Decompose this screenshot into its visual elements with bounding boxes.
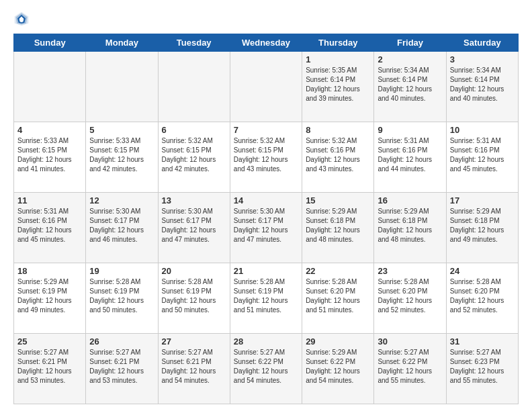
day-number: 31 <box>450 336 515 347</box>
calendar-cell: 22Sunrise: 5:28 AM Sunset: 6:20 PM Dayli… <box>302 263 374 334</box>
day-number: 17 <box>450 195 515 205</box>
calendar-cell: 3Sunrise: 5:34 AM Sunset: 6:14 PM Daylig… <box>446 52 518 122</box>
day-detail: Sunrise: 5:28 AM Sunset: 6:20 PM Dayligh… <box>378 277 442 315</box>
calendar-cell: 12Sunrise: 5:30 AM Sunset: 6:17 PM Dayli… <box>86 193 158 263</box>
day-number: 16 <box>378 195 442 205</box>
logo-icon <box>13 11 30 27</box>
calendar-week-row: 1Sunrise: 5:35 AM Sunset: 6:14 PM Daylig… <box>14 52 519 122</box>
day-detail: Sunrise: 5:34 AM Sunset: 6:14 PM Dayligh… <box>450 66 515 103</box>
day-detail: Sunrise: 5:29 AM Sunset: 6:19 PM Dayligh… <box>17 277 82 315</box>
calendar-cell <box>86 52 158 122</box>
day-detail: Sunrise: 5:29 AM Sunset: 6:22 PM Dayligh… <box>306 348 370 385</box>
day-detail: Sunrise: 5:33 AM Sunset: 6:15 PM Dayligh… <box>17 136 82 174</box>
calendar-cell: 14Sunrise: 5:30 AM Sunset: 6:17 PM Dayli… <box>230 193 302 263</box>
day-number: 30 <box>378 336 442 347</box>
header-row: SundayMondayTuesdayWednesdayThursdayFrid… <box>14 34 519 52</box>
page: SundayMondayTuesdayWednesdayThursdayFrid… <box>0 0 532 411</box>
calendar-cell: 4Sunrise: 5:33 AM Sunset: 6:15 PM Daylig… <box>14 122 86 193</box>
day-detail: Sunrise: 5:32 AM Sunset: 6:15 PM Dayligh… <box>162 136 226 174</box>
calendar-cell: 23Sunrise: 5:28 AM Sunset: 6:20 PM Dayli… <box>374 263 446 334</box>
calendar-cell: 28Sunrise: 5:27 AM Sunset: 6:22 PM Dayli… <box>230 334 302 404</box>
day-detail: Sunrise: 5:33 AM Sunset: 6:15 PM Dayligh… <box>89 136 154 174</box>
calendar-cell: 24Sunrise: 5:28 AM Sunset: 6:20 PM Dayli… <box>446 263 518 334</box>
calendar-cell: 19Sunrise: 5:28 AM Sunset: 6:19 PM Dayli… <box>86 263 158 334</box>
day-number: 2 <box>378 54 442 64</box>
header-day: Sunday <box>14 34 86 52</box>
calendar-cell: 16Sunrise: 5:29 AM Sunset: 6:18 PM Dayli… <box>374 193 446 263</box>
day-number: 8 <box>306 125 370 135</box>
day-detail: Sunrise: 5:27 AM Sunset: 6:21 PM Dayligh… <box>17 348 82 385</box>
calendar-header: SundayMondayTuesdayWednesdayThursdayFrid… <box>14 34 519 52</box>
logo <box>13 11 32 27</box>
day-detail: Sunrise: 5:27 AM Sunset: 6:21 PM Dayligh… <box>162 348 226 385</box>
day-number: 3 <box>450 54 515 64</box>
day-detail: Sunrise: 5:29 AM Sunset: 6:18 PM Dayligh… <box>378 207 442 244</box>
day-detail: Sunrise: 5:30 AM Sunset: 6:17 PM Dayligh… <box>89 207 154 244</box>
day-number: 18 <box>17 266 82 276</box>
calendar-cell: 29Sunrise: 5:29 AM Sunset: 6:22 PM Dayli… <box>302 334 374 404</box>
calendar-cell: 25Sunrise: 5:27 AM Sunset: 6:21 PM Dayli… <box>14 334 86 404</box>
day-detail: Sunrise: 5:31 AM Sunset: 6:16 PM Dayligh… <box>17 207 82 244</box>
calendar-cell: 6Sunrise: 5:32 AM Sunset: 6:15 PM Daylig… <box>158 122 230 193</box>
calendar-cell: 21Sunrise: 5:28 AM Sunset: 6:19 PM Dayli… <box>230 263 302 334</box>
calendar-cell: 7Sunrise: 5:32 AM Sunset: 6:15 PM Daylig… <box>230 122 302 193</box>
day-number: 5 <box>89 125 154 135</box>
day-number: 28 <box>234 336 298 347</box>
calendar-table: SundayMondayTuesdayWednesdayThursdayFrid… <box>13 34 519 404</box>
calendar-cell: 1Sunrise: 5:35 AM Sunset: 6:14 PM Daylig… <box>302 52 374 122</box>
day-detail: Sunrise: 5:28 AM Sunset: 6:20 PM Dayligh… <box>450 277 515 315</box>
calendar-cell <box>158 52 230 122</box>
calendar-cell: 26Sunrise: 5:27 AM Sunset: 6:21 PM Dayli… <box>86 334 158 404</box>
day-number: 27 <box>162 336 226 347</box>
day-detail: Sunrise: 5:31 AM Sunset: 6:16 PM Dayligh… <box>378 136 442 174</box>
day-detail: Sunrise: 5:31 AM Sunset: 6:16 PM Dayligh… <box>450 136 515 174</box>
day-number: 20 <box>162 266 226 276</box>
day-detail: Sunrise: 5:28 AM Sunset: 6:20 PM Dayligh… <box>306 277 370 315</box>
day-detail: Sunrise: 5:27 AM Sunset: 6:22 PM Dayligh… <box>378 348 442 385</box>
header-day: Tuesday <box>158 34 230 52</box>
day-number: 4 <box>17 125 82 135</box>
day-detail: Sunrise: 5:29 AM Sunset: 6:18 PM Dayligh… <box>450 207 515 244</box>
day-detail: Sunrise: 5:30 AM Sunset: 6:17 PM Dayligh… <box>234 207 298 244</box>
day-detail: Sunrise: 5:27 AM Sunset: 6:22 PM Dayligh… <box>234 348 298 385</box>
day-number: 21 <box>234 266 298 276</box>
calendar-cell: 31Sunrise: 5:27 AM Sunset: 6:23 PM Dayli… <box>446 334 518 404</box>
calendar-cell: 11Sunrise: 5:31 AM Sunset: 6:16 PM Dayli… <box>14 193 86 263</box>
calendar-cell <box>230 52 302 122</box>
day-number: 19 <box>89 266 154 276</box>
calendar-week-row: 25Sunrise: 5:27 AM Sunset: 6:21 PM Dayli… <box>14 334 519 404</box>
calendar-cell: 13Sunrise: 5:30 AM Sunset: 6:17 PM Dayli… <box>158 193 230 263</box>
day-detail: Sunrise: 5:29 AM Sunset: 6:18 PM Dayligh… <box>306 207 370 244</box>
day-number: 9 <box>378 125 442 135</box>
header-day: Monday <box>86 34 158 52</box>
day-number: 25 <box>17 336 82 347</box>
calendar-week-row: 11Sunrise: 5:31 AM Sunset: 6:16 PM Dayli… <box>14 193 519 263</box>
day-number: 7 <box>234 125 298 135</box>
calendar-cell: 30Sunrise: 5:27 AM Sunset: 6:22 PM Dayli… <box>374 334 446 404</box>
calendar-cell: 2Sunrise: 5:34 AM Sunset: 6:14 PM Daylig… <box>374 52 446 122</box>
day-detail: Sunrise: 5:28 AM Sunset: 6:19 PM Dayligh… <box>234 277 298 315</box>
day-number: 1 <box>306 54 370 64</box>
calendar-cell: 5Sunrise: 5:33 AM Sunset: 6:15 PM Daylig… <box>86 122 158 193</box>
day-detail: Sunrise: 5:27 AM Sunset: 6:21 PM Dayligh… <box>89 348 154 385</box>
day-detail: Sunrise: 5:32 AM Sunset: 6:16 PM Dayligh… <box>306 136 370 174</box>
header-day: Friday <box>374 34 446 52</box>
day-number: 6 <box>162 125 226 135</box>
day-number: 10 <box>450 125 515 135</box>
calendar-cell: 27Sunrise: 5:27 AM Sunset: 6:21 PM Dayli… <box>158 334 230 404</box>
day-detail: Sunrise: 5:27 AM Sunset: 6:23 PM Dayligh… <box>450 348 515 385</box>
day-number: 14 <box>234 195 298 205</box>
calendar-cell: 10Sunrise: 5:31 AM Sunset: 6:16 PM Dayli… <box>446 122 518 193</box>
header <box>13 11 519 27</box>
calendar-cell: 18Sunrise: 5:29 AM Sunset: 6:19 PM Dayli… <box>14 263 86 334</box>
day-number: 11 <box>17 195 82 205</box>
day-detail: Sunrise: 5:28 AM Sunset: 6:19 PM Dayligh… <box>89 277 154 315</box>
calendar-body: 1Sunrise: 5:35 AM Sunset: 6:14 PM Daylig… <box>14 52 519 404</box>
calendar-cell: 8Sunrise: 5:32 AM Sunset: 6:16 PM Daylig… <box>302 122 374 193</box>
day-detail: Sunrise: 5:30 AM Sunset: 6:17 PM Dayligh… <box>162 207 226 244</box>
calendar-cell <box>14 52 86 122</box>
day-number: 13 <box>162 195 226 205</box>
day-number: 22 <box>306 266 370 276</box>
header-day: Saturday <box>446 34 518 52</box>
calendar-cell: 9Sunrise: 5:31 AM Sunset: 6:16 PM Daylig… <box>374 122 446 193</box>
